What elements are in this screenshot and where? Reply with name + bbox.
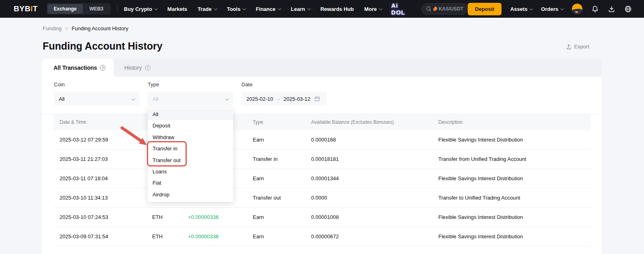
toggle-exchange[interactable]: Exchange bbox=[47, 4, 83, 14]
table-row: 2025-03-10 11:34:13Transfer out0.0000Tra… bbox=[54, 188, 590, 208]
chevron-down-icon bbox=[154, 7, 157, 10]
date-range-picker[interactable]: 2025-02-10 → 2025-03-12 bbox=[242, 92, 327, 106]
logo-text-2: T bbox=[33, 4, 37, 13]
cell-description: Transfer from Unified Trading Account bbox=[432, 150, 590, 169]
nav-item-label: Buy Crypto bbox=[124, 6, 152, 12]
notifications-bell-icon[interactable] bbox=[591, 5, 599, 13]
cell-balance: 0.00001008 bbox=[305, 208, 432, 227]
logo-text: BYB bbox=[14, 4, 31, 13]
cell-balance: 0.00018181 bbox=[305, 150, 432, 169]
orders-menu[interactable]: Orders bbox=[541, 6, 563, 12]
deposit-button[interactable]: Deposit bbox=[468, 3, 502, 15]
chevron-down-icon bbox=[307, 7, 310, 10]
table-row: 2025-03-09 07:31:54ETH+0.00000336Earn0.0… bbox=[54, 227, 590, 246]
date-range-arrow: → bbox=[276, 96, 281, 102]
help-icon[interactable]: ? bbox=[100, 65, 105, 71]
table-row: 2025-03-11 21:27:03Transfer in0.00018181… bbox=[54, 150, 590, 169]
cell-date: 2025-03-09 07:31:54 bbox=[54, 227, 146, 246]
chevron-down-icon bbox=[530, 7, 533, 10]
dropdown-item-transfer-out[interactable]: Transfer out bbox=[148, 155, 233, 166]
orders-label: Orders bbox=[541, 6, 558, 12]
cell-amount: +0.00000336 bbox=[182, 227, 247, 246]
download-app-icon[interactable] bbox=[608, 5, 615, 13]
cell-balance: 0.0000168 bbox=[305, 130, 432, 149]
nav-item-label: Trade bbox=[198, 6, 212, 12]
dropdown-item-deposit[interactable]: Deposit bbox=[148, 120, 233, 131]
col-date-time: Date & Time bbox=[54, 115, 146, 130]
tab-all-transactions-label: All Transactions bbox=[54, 65, 97, 71]
type-select-value: All bbox=[153, 96, 223, 102]
dropdown-item-all[interactable]: All bbox=[148, 109, 233, 120]
date-end-value: 2025-03-12 bbox=[284, 96, 311, 102]
nav-item-rewards-hub[interactable]: Rewards Hub bbox=[320, 6, 354, 12]
cell-type: Earn bbox=[247, 208, 305, 227]
type-filter-label: Type bbox=[148, 81, 159, 87]
assets-menu[interactable]: Assets bbox=[510, 6, 533, 12]
search-hot-pair: KAS/USDT bbox=[439, 6, 463, 12]
user-avatar[interactable] bbox=[572, 4, 582, 14]
chevron-down-icon bbox=[560, 7, 564, 10]
nav-item-learn[interactable]: Learn bbox=[291, 6, 310, 12]
calendar-icon bbox=[314, 96, 320, 102]
nav-item-more[interactable]: More bbox=[364, 6, 382, 12]
cell-balance: 0.00000672 bbox=[305, 227, 432, 246]
chevron-down-icon bbox=[379, 7, 382, 10]
toggle-web3[interactable]: WEB3 bbox=[83, 4, 110, 14]
cell-description: Flexible Savings Interest Distribution bbox=[432, 208, 590, 227]
col-description: Description bbox=[432, 115, 590, 130]
tab-history-label: History bbox=[124, 65, 142, 71]
breadcrumb-separator: > bbox=[65, 26, 68, 31]
dropdown-item-transfer-in[interactable]: Transfer in bbox=[148, 143, 233, 154]
dropdown-item-withdraw[interactable]: Withdraw bbox=[148, 132, 233, 143]
chevron-down-icon bbox=[278, 7, 281, 10]
cell-amount: +0.00000336 bbox=[182, 208, 247, 227]
type-select[interactable]: All bbox=[148, 92, 233, 106]
cell-coin: ETH bbox=[146, 227, 182, 246]
type-dropdown: AllDepositWithdrawTransfer inTransfer ou… bbox=[148, 108, 233, 202]
col-type: Type bbox=[247, 115, 305, 130]
cell-type: Transfer in bbox=[247, 150, 305, 169]
table-body: 2025-03-12 07:29:59Earn0.0000168Flexible… bbox=[42, 130, 602, 246]
tab-strip: All Transactions ? History ? bbox=[42, 59, 602, 77]
dropdown-item-airdrop[interactable]: Airdrop bbox=[148, 189, 233, 200]
top-nav: BYBIT Exchange WEB3 Buy CryptoMarketsTra… bbox=[0, 0, 644, 18]
language-globe-icon[interactable] bbox=[624, 5, 632, 13]
tab-all-transactions[interactable]: All Transactions ? bbox=[42, 59, 114, 77]
cell-description: Flexible Savings Interest Distribution bbox=[432, 227, 590, 246]
search-box[interactable]: KAS/USDT bbox=[421, 3, 468, 15]
cell-type: Earn bbox=[247, 227, 305, 246]
dropdown-item-loans[interactable]: Loans bbox=[148, 166, 233, 177]
nav-item-markets[interactable]: Markets bbox=[167, 6, 187, 12]
page-title: Funding Account History bbox=[43, 40, 163, 52]
nav-item-buy-crypto[interactable]: Buy Crypto bbox=[124, 6, 157, 12]
assets-label: Assets bbox=[510, 6, 528, 12]
breadcrumb-funding[interactable]: Funding bbox=[43, 25, 62, 31]
help-icon[interactable]: ? bbox=[145, 65, 151, 71]
chevron-down-icon bbox=[131, 96, 135, 100]
cell-date: 2025-03-10 07:24:53 bbox=[54, 208, 146, 227]
nav-item-finance[interactable]: Finance bbox=[256, 6, 280, 12]
nav-item-tools[interactable]: Tools bbox=[227, 6, 246, 12]
aidol-logo[interactable]: Ai DOL bbox=[391, 2, 412, 16]
export-button[interactable]: Export bbox=[566, 44, 589, 50]
cell-balance: 0.0000 bbox=[305, 188, 432, 207]
nav-item-label: Markets bbox=[167, 6, 187, 12]
bybit-logo[interactable]: BYBIT bbox=[14, 4, 38, 13]
nav-item-label: More bbox=[364, 6, 377, 12]
coin-select[interactable]: All bbox=[54, 92, 139, 106]
flame-icon bbox=[432, 6, 438, 11]
cell-description: Flexible Savings Interest Distribution bbox=[432, 130, 590, 149]
date-filter-label: Date bbox=[242, 81, 252, 87]
nav-item-trade[interactable]: Trade bbox=[198, 6, 217, 12]
nav-right: Deposit Assets Orders bbox=[468, 3, 632, 15]
table-row: 2025-03-11 07:18:04Earn0.00001344Flexibl… bbox=[54, 169, 590, 188]
table-header: Date & TimeTypeAvailable Balance (Exclud… bbox=[54, 115, 590, 130]
cell-description: Transfer to Unified Trading Account bbox=[432, 188, 590, 207]
dropdown-item-fiat[interactable]: Fiat bbox=[148, 177, 233, 189]
tab-history[interactable]: History ? bbox=[114, 59, 167, 77]
cell-coin: ETH bbox=[146, 208, 182, 227]
nav-item-label: Finance bbox=[256, 6, 275, 12]
exchange-web3-toggle: Exchange WEB3 bbox=[47, 3, 111, 15]
content-card: All Transactions ? History ? Coin All Ty… bbox=[42, 59, 602, 254]
table-row: 2025-03-10 07:24:53ETH+0.00000336Earn0.0… bbox=[54, 208, 590, 227]
